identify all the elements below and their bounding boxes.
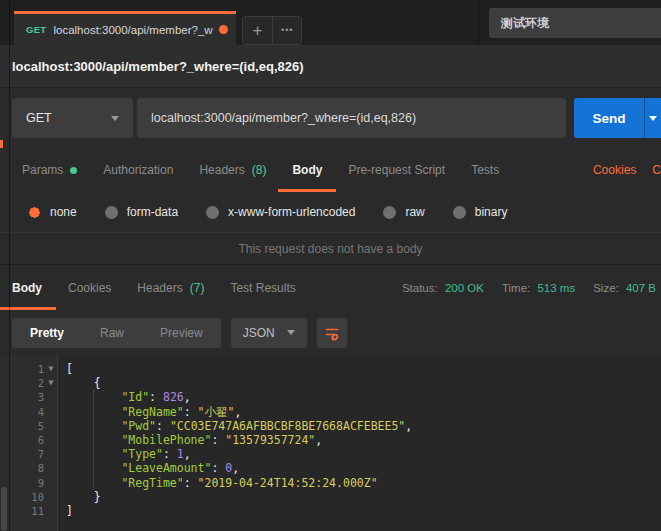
tab-tests[interactable]: Tests <box>471 148 499 192</box>
line-number: 4 <box>38 405 44 419</box>
tab-actions: + ••• <box>242 16 302 45</box>
request-section-tabs: Params Authorization Headers (8) Body Pr… <box>0 148 661 192</box>
response-editor[interactable]: 1▼[2▼ {3 "Id": 826,4 "RegName": "小翟",5 "… <box>0 355 661 531</box>
status-value: 200 OK <box>445 282 484 294</box>
time-item: Time: 513 ms <box>502 282 575 294</box>
wrap-lines-button[interactable] <box>317 318 347 348</box>
send-button[interactable]: Send <box>574 98 661 138</box>
code-line: 6 "MobilePhone": "13579357724", <box>0 433 661 447</box>
response-tab-body-label: Body <box>12 281 42 295</box>
new-tab-button[interactable]: + <box>243 17 272 44</box>
empty-body-message-row: This request does not have a body <box>0 232 661 265</box>
code-line: 9 "RegTime": "2019-04-24T14:52:24.000Z" <box>0 476 661 490</box>
code-token: 826 <box>163 390 184 404</box>
response-tab-cookies-label: Cookies <box>68 281 111 295</box>
response-tabs: Body Cookies Headers (7) Test Results <box>12 265 296 310</box>
response-tab-headers[interactable]: Headers (7) <box>137 265 204 310</box>
view-mode-preview[interactable]: Preview <box>142 318 221 348</box>
size-value: 407 B <box>626 282 656 294</box>
line-number: 8 <box>38 461 44 475</box>
response-tab-cookies[interactable]: Cookies <box>68 265 111 310</box>
environment-divider <box>478 0 479 45</box>
time-value: 513 ms <box>537 282 575 294</box>
tab-authorization[interactable]: Authorization <box>103 148 173 192</box>
code-token: "2019-04-24T14:52:24.000Z" <box>198 476 378 490</box>
line-number: 11 <box>31 504 44 518</box>
fold-caret-icon[interactable]: ▼ <box>44 376 58 390</box>
ellipsis-icon: ••• <box>281 26 293 35</box>
response-headers-count: (7) <box>190 281 205 295</box>
environment-selector[interactable]: 测试环境 <box>489 8 661 38</box>
response-editor-lines: 1▼[2▼ {3 "Id": 826,4 "RegName": "小翟",5 "… <box>0 355 661 518</box>
request-builder: GET localhost:3000/api/member?_where=(id… <box>0 88 661 148</box>
tab-params-label: Params <box>22 163 63 177</box>
response-tab-test-results[interactable]: Test Results <box>230 265 295 310</box>
tab-options-button[interactable]: ••• <box>272 17 301 44</box>
code-token: "13579357724" <box>225 433 315 447</box>
chevron-down-icon <box>649 116 657 121</box>
request-title-row: localhost:3000/api/member?_where=(id,eq,… <box>0 45 661 88</box>
code-line: 4 "RegName": "小翟", <box>0 405 661 419</box>
code-token: , <box>184 390 191 404</box>
method-dropdown[interactable]: GET <box>12 98 133 138</box>
code-line: 1▼[ <box>0 362 661 376</box>
code-token: } <box>66 490 101 504</box>
tab-body[interactable]: Body <box>278 148 336 192</box>
left-scrollbar-thumb[interactable] <box>1 487 7 531</box>
code-token: ] <box>66 504 73 518</box>
sidebar-accent-notch <box>0 140 3 148</box>
code-text: "RegTime": "2019-04-24T14:52:24.000Z" <box>58 476 378 490</box>
tab-params[interactable]: Params <box>22 148 77 192</box>
tab-pre-request-script[interactable]: Pre-request Script <box>348 148 445 192</box>
request-side-links: Cookies Code <box>593 163 661 177</box>
chevron-down-icon <box>111 116 119 121</box>
url-value: localhost:3000/api/member?_where=(id,eq,… <box>151 111 416 125</box>
body-type-binary-label: binary <box>475 205 508 219</box>
code-line: 2▼ { <box>0 376 661 390</box>
view-mode-pretty[interactable]: Pretty <box>12 318 82 348</box>
radio-icon <box>453 206 466 219</box>
method-value: GET <box>26 111 52 125</box>
tab-headers-label: Headers <box>199 163 244 177</box>
code-token: "LeaveAmount" <box>66 461 211 475</box>
fold-caret-icon[interactable]: ▼ <box>44 362 58 376</box>
cookies-link[interactable]: Cookies <box>593 163 636 177</box>
body-type-urlencoded[interactable]: x-www-form-urlencoded <box>206 205 355 219</box>
format-dropdown[interactable]: JSON <box>231 318 307 348</box>
tab-method-badge: GET <box>26 24 46 35</box>
wrap-lines-icon <box>324 325 340 341</box>
code-text: "MobilePhone": "13579357724", <box>58 433 322 447</box>
body-type-form-data[interactable]: form-data <box>105 205 178 219</box>
code-link[interactable]: Code <box>652 163 661 177</box>
code-token: 1 <box>177 447 184 461</box>
time-label: Time: <box>502 282 530 294</box>
tab-pre-request-script-label: Pre-request Script <box>348 163 445 177</box>
tab-url-label: localhost:3000/api/member?_wh <box>53 24 213 36</box>
size-item: Size: 407 B <box>593 282 656 294</box>
code-token: { <box>66 376 101 390</box>
code-token: : <box>184 405 198 419</box>
body-type-row: none form-data x-www-form-urlencoded raw… <box>0 192 661 232</box>
line-number: 5 <box>38 419 44 433</box>
code-token: "CC03E747A6AFBBCBF8BE7668ACFEBEE5" <box>170 419 405 433</box>
tab-authorization-label: Authorization <box>103 163 173 177</box>
tab-headers[interactable]: Headers (8) <box>199 148 266 192</box>
postman-window: GET localhost:3000/api/member?_wh + ••• … <box>0 0 661 531</box>
body-type-raw[interactable]: raw <box>383 205 424 219</box>
view-mode-raw[interactable]: Raw <box>82 318 142 348</box>
code-line: 10 } <box>0 490 661 504</box>
open-request-tab[interactable]: GET localhost:3000/api/member?_wh <box>14 11 236 45</box>
url-input[interactable]: localhost:3000/api/member?_where=(id,eq,… <box>137 98 566 138</box>
send-options-button[interactable] <box>645 98 661 138</box>
body-type-binary[interactable]: binary <box>453 205 508 219</box>
code-token: : <box>156 419 170 433</box>
size-label: Size: <box>593 282 619 294</box>
code-line: 7 "Type": 1, <box>0 447 661 461</box>
indent-guide <box>93 390 94 490</box>
radio-icon <box>105 206 118 219</box>
code-token: [ <box>66 362 73 376</box>
request-title: localhost:3000/api/member?_where=(id,eq,… <box>12 59 304 74</box>
body-type-none[interactable]: none <box>28 205 77 219</box>
code-line: 8 "LeaveAmount": 0, <box>0 461 661 475</box>
code-text: ] <box>58 504 73 518</box>
